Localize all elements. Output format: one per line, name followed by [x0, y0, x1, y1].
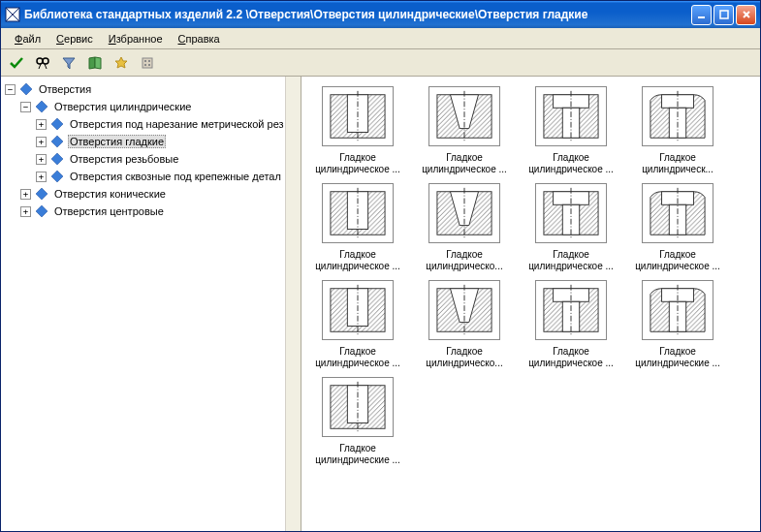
item-label: Гладкое [418, 249, 511, 261]
menu-help[interactable]: Справка [171, 31, 228, 47]
expander-icon[interactable]: − [20, 102, 31, 112]
filter-button[interactable] [57, 51, 80, 75]
tree-node-smooth[interactable]: Отверстия гладкие [68, 135, 166, 148]
item-label: Гладкое [311, 152, 404, 164]
item-label: Гладкое [631, 152, 724, 164]
item-label: Гладкое [524, 346, 618, 358]
item-label: Гладкое [631, 346, 724, 358]
menu-favorites[interactable]: Избранное [101, 31, 171, 47]
maximize-button[interactable] [713, 5, 734, 25]
expander-icon[interactable]: − [5, 84, 16, 95]
tree-node-metric[interactable]: Отверстия под нарезание метрической рез [68, 117, 286, 131]
tree-node-center[interactable]: Отверстия центровые [52, 204, 166, 218]
catalog-item[interactable]: Гладкоецилиндрическо... [418, 280, 511, 369]
catalog-item[interactable]: Гладкоецилиндрическое ... [311, 183, 404, 272]
app-window: Библиотека стандартных изделий 2.2 \Отве… [0, 0, 761, 532]
catalog-item[interactable]: Гладкоецилиндрические ... [631, 280, 724, 369]
catalog-item[interactable]: Гладкоецилиндрическое ... [524, 86, 618, 175]
catalog-item[interactable]: Гладкоецилиндрические ... [311, 377, 404, 466]
tree-node-conical[interactable]: Отверстия конические [52, 187, 168, 201]
svg-rect-15 [148, 64, 150, 66]
catalog-item[interactable]: Гладкоецилиндрическое ... [311, 86, 404, 175]
svg-point-7 [37, 58, 43, 64]
svg-rect-11 [143, 58, 152, 68]
catalog-item[interactable]: Гладкоецилиндрическое ... [418, 86, 511, 175]
svg-rect-12 [144, 60, 146, 62]
item-sublabel: цилиндрическое ... [418, 164, 511, 175]
expander-icon[interactable]: + [20, 206, 31, 217]
expander-icon[interactable]: + [36, 137, 47, 147]
menu-file[interactable]: Файл [7, 31, 48, 47]
tree-node-through[interactable]: Отверстия сквозные под крепежные детал [68, 170, 283, 183]
svg-point-8 [43, 58, 48, 64]
catalog-item[interactable]: Гладкоецилиндрическое ... [524, 280, 618, 369]
catalog-item[interactable]: Гладкоецилиндрическо... [418, 183, 511, 272]
item-thumbnail [322, 183, 394, 243]
folder-icon [50, 152, 64, 166]
catalog-item[interactable]: Гладкоецилиндрическое ... [524, 183, 618, 272]
items-grid: Гладкоецилиндрическое ...Гладкоецилиндри… [311, 86, 750, 466]
folder-icon [50, 117, 64, 131]
item-label: Гладкое [311, 346, 404, 358]
item-thumbnail [428, 280, 500, 340]
svg-rect-13 [148, 60, 150, 62]
folder-icon [50, 135, 64, 148]
item-label: Гладкое [524, 152, 618, 164]
item-label: Гладкое [418, 152, 511, 164]
expander-icon[interactable]: + [20, 189, 31, 200]
tree-panel: −Отверстия −Отверстия цилиндрические +От… [1, 77, 301, 531]
item-thumbnail [322, 280, 394, 340]
item-thumbnail [535, 183, 607, 243]
folder-icon [35, 187, 48, 201]
toolbar [1, 49, 760, 77]
svg-rect-3 [698, 16, 705, 18]
minimize-button[interactable] [691, 5, 712, 25]
svg-rect-4 [720, 11, 728, 18]
folder-icon [35, 204, 48, 218]
item-sublabel: цилиндрическое ... [311, 261, 404, 272]
item-thumbnail [642, 86, 713, 146]
expander-icon[interactable]: + [36, 119, 47, 130]
item-sublabel: цилиндрическое ... [524, 164, 618, 175]
expander-icon[interactable]: + [36, 154, 47, 165]
item-label: Гладкое [311, 443, 404, 454]
item-thumbnail [642, 183, 713, 243]
content-area: −Отверстия −Отверстия цилиндрические +От… [1, 77, 760, 531]
catalog-item[interactable]: Гладкоецилиндрическ... [631, 86, 724, 175]
catalog-button[interactable] [83, 51, 107, 75]
window-controls [691, 5, 756, 25]
menu-service[interactable]: Сервис [48, 31, 101, 47]
catalog-item[interactable]: Гладкоецилиндрическое ... [311, 280, 404, 369]
item-label: Гладкое [418, 346, 511, 358]
tree-node-root[interactable]: Отверстия [37, 82, 93, 96]
expander-icon[interactable]: + [36, 172, 47, 182]
titlebar: Библиотека стандартных изделий 2.2 \Отве… [1, 1, 760, 28]
favorite-button[interactable] [110, 51, 133, 75]
item-sublabel: цилиндрическое ... [311, 358, 404, 369]
item-label: Гладкое [524, 249, 618, 261]
settings-button[interactable] [136, 51, 159, 75]
item-sublabel: цилиндрическо... [418, 358, 511, 369]
find-button[interactable] [31, 51, 54, 75]
tree-node-threaded[interactable]: Отверстия резьбовые [68, 152, 180, 166]
item-thumbnail [322, 377, 394, 437]
item-sublabel: цилиндрические ... [311, 454, 404, 466]
item-sublabel: цилиндрическое ... [524, 358, 618, 369]
folder-icon [19, 82, 33, 96]
tree-node-cylindrical[interactable]: Отверстия цилиндрические [52, 100, 193, 113]
menubar: Файл Сервис Избранное Справка [1, 28, 760, 49]
window-title: Библиотека стандартных изделий 2.2 \Отве… [24, 8, 691, 21]
item-thumbnail [535, 86, 607, 146]
close-button[interactable] [736, 5, 756, 25]
item-sublabel: цилиндрические ... [631, 358, 724, 369]
item-sublabel: цилиндрическое ... [311, 164, 404, 175]
item-thumbnail [428, 86, 500, 146]
scrollbar[interactable] [285, 77, 301, 531]
catalog-item[interactable]: Гладкоецилиндрическое ... [631, 183, 724, 272]
item-thumbnail [428, 183, 500, 243]
apply-button[interactable] [5, 51, 28, 75]
item-thumbnail [322, 86, 394, 146]
item-label: Гладкое [631, 249, 724, 261]
item-sublabel: цилиндрическое ... [524, 261, 618, 272]
svg-rect-14 [144, 64, 146, 66]
